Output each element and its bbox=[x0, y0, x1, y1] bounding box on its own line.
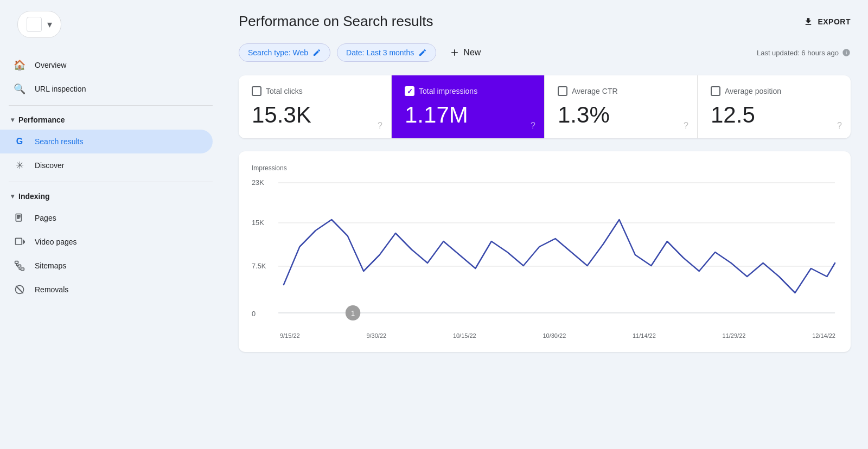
svg-text:0: 0 bbox=[252, 310, 256, 318]
removals-label: Removals bbox=[35, 285, 68, 294]
x-label-6: 11/29/22 bbox=[723, 332, 746, 339]
edit-icon bbox=[312, 48, 321, 57]
page-title: Performance on Search results bbox=[239, 13, 433, 30]
svg-rect-2 bbox=[17, 217, 20, 217]
last-updated: Last updated: 6 hours ago bbox=[757, 48, 851, 57]
search-type-label: Search type: Web bbox=[248, 48, 308, 57]
chart-line bbox=[284, 220, 835, 293]
chart-area: 23K 15K 7.5K 0 1 bbox=[252, 176, 838, 328]
plus-icon bbox=[449, 47, 460, 58]
total-clicks-label: Total clicks bbox=[266, 87, 303, 95]
chevron-down-icon: ▾ bbox=[47, 18, 52, 30]
x-label-2: 9/30/22 bbox=[366, 332, 386, 339]
checkmark-icon: ✓ bbox=[407, 87, 413, 95]
overview-label: Overview bbox=[35, 61, 66, 69]
total-impressions-checkbox[interactable]: ✓ bbox=[405, 86, 414, 96]
total-clicks-checkbox[interactable] bbox=[252, 86, 261, 96]
page-header: Performance on Search results EXPORT bbox=[239, 13, 851, 30]
svg-text:15K: 15K bbox=[252, 219, 264, 227]
indexing-label: Indexing bbox=[18, 192, 50, 201]
info-icon bbox=[842, 48, 851, 57]
svg-rect-8 bbox=[21, 268, 24, 270]
indexing-section-header[interactable]: ▾ Indexing bbox=[0, 187, 221, 206]
video-pages-label: Video pages bbox=[35, 238, 77, 246]
export-icon bbox=[803, 17, 813, 27]
average-ctr-value: 1.3% bbox=[558, 102, 684, 127]
metrics-row: Total clicks 15.3K ? ✓ Total impressions… bbox=[239, 75, 851, 138]
total-clicks-help-icon[interactable]: ? bbox=[378, 121, 382, 131]
google-g-icon: G bbox=[13, 135, 26, 148]
pages-icon bbox=[13, 211, 26, 224]
svg-line-14 bbox=[16, 286, 23, 293]
sidebar-item-removals[interactable]: Removals bbox=[0, 278, 213, 302]
filter-bar: Search type: Web Date: Last 3 months New… bbox=[239, 43, 851, 62]
x-label-7: 12/14/22 bbox=[812, 332, 835, 339]
svg-text:23K: 23K bbox=[252, 178, 264, 187]
x-label-3: 10/15/22 bbox=[453, 332, 476, 339]
annotation-text: 1 bbox=[351, 309, 355, 317]
collapse-arrow-icon: ▾ bbox=[11, 116, 14, 124]
collapse-arrow-icon-2: ▾ bbox=[11, 193, 14, 200]
divider-2 bbox=[9, 182, 213, 182]
total-impressions-value: 1.17M bbox=[405, 102, 531, 127]
sidebar-item-sitemaps[interactable]: Sitemaps bbox=[0, 254, 213, 278]
metric-card-average-position[interactable]: Average position 12.5 ? bbox=[698, 75, 851, 138]
total-impressions-label: Total impressions bbox=[419, 87, 477, 95]
sitemaps-icon bbox=[13, 259, 26, 272]
x-label-4: 10/30/22 bbox=[542, 332, 566, 339]
date-label: Date: Last 3 months bbox=[346, 48, 414, 57]
pages-label: Pages bbox=[35, 214, 56, 222]
new-button[interactable]: New bbox=[443, 43, 487, 62]
home-icon: 🏠 bbox=[13, 59, 26, 72]
average-position-label: Average position bbox=[725, 87, 781, 95]
chart-x-labels: 9/15/22 9/30/22 10/15/22 10/30/22 11/14/… bbox=[252, 332, 838, 339]
date-filter[interactable]: Date: Last 3 months bbox=[337, 43, 436, 62]
average-position-value: 12.5 bbox=[711, 102, 838, 127]
new-label: New bbox=[463, 48, 481, 57]
svg-rect-4 bbox=[16, 238, 22, 245]
removals-icon bbox=[13, 283, 26, 296]
sidebar-item-overview[interactable]: 🏠 Overview bbox=[0, 53, 213, 77]
property-icon bbox=[27, 17, 42, 32]
search-type-filter[interactable]: Search type: Web bbox=[239, 43, 330, 62]
average-ctr-checkbox[interactable] bbox=[558, 86, 567, 96]
sidebar-item-url-inspection[interactable]: 🔍 URL inspection bbox=[0, 77, 213, 101]
svg-text:7.5K: 7.5K bbox=[252, 262, 266, 270]
sidebar: ▾ 🏠 Overview 🔍 URL inspection ▾ Performa… bbox=[0, 0, 221, 449]
metric-card-total-impressions[interactable]: ✓ Total impressions 1.17M ? bbox=[392, 75, 545, 138]
edit-icon-2 bbox=[418, 48, 427, 57]
svg-rect-6 bbox=[15, 261, 18, 264]
svg-rect-1 bbox=[17, 215, 20, 216]
average-ctr-label: Average CTR bbox=[572, 87, 618, 95]
url-inspection-label: URL inspection bbox=[35, 85, 86, 93]
metric-card-average-ctr[interactable]: Average CTR 1.3% ? bbox=[545, 75, 698, 138]
discover-icon: ✳ bbox=[13, 159, 26, 172]
average-ctr-help-icon[interactable]: ? bbox=[684, 121, 688, 131]
search-results-label: Search results bbox=[35, 137, 83, 146]
chart-container: Impressions 23K 15K 7.5K 0 1 bbox=[239, 151, 851, 352]
chart-y-label: Impressions bbox=[252, 164, 838, 172]
sidebar-item-pages[interactable]: Pages bbox=[0, 206, 213, 230]
average-position-checkbox[interactable] bbox=[711, 86, 720, 96]
export-label: EXPORT bbox=[818, 17, 851, 26]
export-button[interactable]: EXPORT bbox=[803, 17, 851, 27]
metric-card-total-clicks[interactable]: Total clicks 15.3K ? bbox=[239, 75, 392, 138]
impressions-chart: 23K 15K 7.5K 0 1 bbox=[252, 176, 838, 328]
svg-rect-3 bbox=[17, 218, 19, 219]
average-position-help-icon[interactable]: ? bbox=[837, 121, 842, 131]
x-label-1: 9/15/22 bbox=[280, 332, 300, 339]
performance-section-header[interactable]: ▾ Performance bbox=[0, 110, 221, 130]
video-pages-icon bbox=[13, 235, 26, 248]
search-icon: 🔍 bbox=[13, 82, 26, 95]
property-selector[interactable]: ▾ bbox=[17, 11, 61, 38]
sidebar-item-search-results[interactable]: G Search results bbox=[0, 130, 213, 153]
x-label-5: 11/14/22 bbox=[633, 332, 656, 339]
last-updated-label: Last updated: 6 hours ago bbox=[757, 49, 839, 57]
sidebar-item-discover[interactable]: ✳ Discover bbox=[0, 153, 213, 177]
sidebar-item-video-pages[interactable]: Video pages bbox=[0, 230, 213, 254]
svg-marker-5 bbox=[23, 240, 25, 244]
sitemaps-label: Sitemaps bbox=[35, 261, 66, 270]
total-impressions-help-icon[interactable]: ? bbox=[531, 121, 535, 131]
performance-label: Performance bbox=[18, 116, 65, 124]
main-content: Performance on Search results EXPORT Sea… bbox=[221, 0, 868, 449]
